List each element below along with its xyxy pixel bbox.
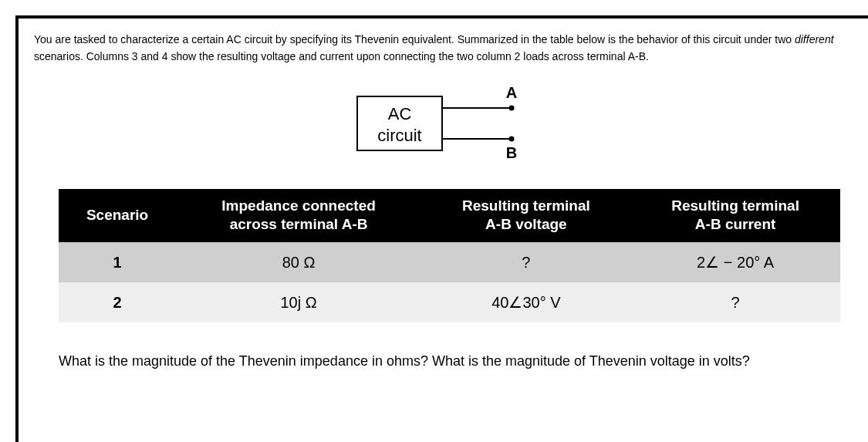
cell-scenario: 2 [59, 282, 176, 322]
intro-text: You are tasked to characterize a certain… [34, 31, 865, 66]
intro-italic: different [795, 33, 834, 46]
diagram-svg: AC circuit A B [350, 81, 550, 166]
problem-frame: You are tasked to characterize a certain… [15, 15, 868, 442]
cell-impedance: 80 Ω [176, 242, 421, 282]
header-current: Resulting terminal A-B current [630, 189, 839, 242]
svg-point-4 [508, 136, 514, 141]
scenario-table: Scenario Impedance connected across term… [59, 189, 839, 322]
header-impedance: Impedance connected across terminal A-B [176, 189, 421, 242]
header-voltage: Resulting terminal A-B voltage [421, 189, 630, 242]
cell-current: ? [630, 282, 839, 322]
cell-voltage: ? [421, 242, 630, 282]
header-scenario: Scenario [59, 189, 176, 242]
circuit-diagram: AC circuit A B [34, 81, 865, 166]
intro-line1: You are tasked to characterize a certain… [34, 33, 795, 46]
cell-scenario: 1 [59, 242, 176, 282]
terminal-b-label: B [505, 144, 516, 161]
intro-line2-rest: scenarios. Columns 3 and 4 show the resu… [34, 50, 649, 62]
cell-voltage: 40∠30° V [421, 282, 630, 322]
terminal-a-label: A [505, 84, 516, 101]
cell-impedance: 10j Ω [176, 282, 421, 322]
question-text: What is the magnitude of the Thevenin im… [59, 353, 865, 369]
table-row: 1 80 Ω ? 2∠ − 20° A [59, 242, 839, 282]
table-row: 2 10j Ω 40∠30° V ? [59, 282, 839, 322]
svg-point-3 [508, 105, 514, 110]
box-label-1: AC [387, 104, 411, 123]
cell-current: 2∠ − 20° A [630, 242, 839, 282]
box-label-2: circuit [377, 126, 421, 145]
